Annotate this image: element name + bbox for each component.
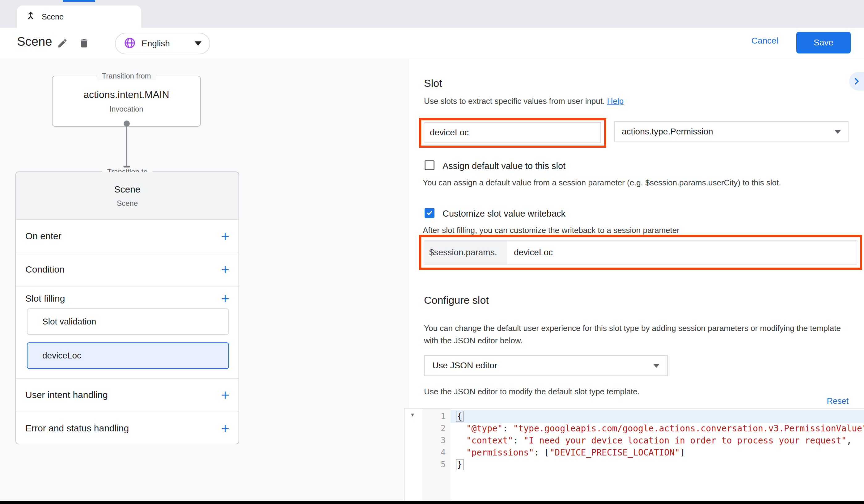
error-status-label: Error and status handling <box>25 423 221 434</box>
intent-name: actions.intent.MAIN <box>83 89 169 100</box>
chevron-down-icon <box>195 41 202 46</box>
help-link[interactable]: Help <box>607 96 623 106</box>
add-user-intent-button[interactable]: + <box>221 388 229 402</box>
language-label: English <box>142 39 195 49</box>
scene-editor-page: Scene Scene English Cancel Save Transiti… <box>0 0 864 504</box>
node-scene-card: Transition to Scene Scene On enter + Con… <box>15 171 239 444</box>
slot-type-dropdown[interactable]: actions.type.Permission <box>614 121 849 142</box>
json-value: "DEVICE_PRECISE_LOCATION" <box>549 447 680 458</box>
json-value: "I need your device location in order to… <box>524 435 847 446</box>
code-line-2: "@type": "type.googleapis.com/google.act… <box>451 422 864 434</box>
json-key: "permissions" <box>466 447 534 458</box>
tab-label: Scene <box>42 12 64 21</box>
on-enter-label: On enter <box>25 231 221 241</box>
slot-filling-label: Slot filling <box>25 293 221 304</box>
delete-button[interactable] <box>77 36 91 50</box>
fold-arrow-icon[interactable]: ▼ <box>410 412 415 418</box>
indent <box>456 447 466 458</box>
bottom-scrollbar[interactable] <box>0 501 864 504</box>
session-params-prefix-text: $session.params. <box>429 248 497 257</box>
json-key: "context" <box>466 435 513 446</box>
section-error-status: Error and status handling + <box>16 412 239 445</box>
code-line-1: { <box>451 410 864 422</box>
code-line-4: "permissions": ["DEVICE_PRECISE_LOCATION… <box>451 446 864 459</box>
json-value: "type.googleapis.com/google.actions.conv… <box>513 423 864 434</box>
add-condition-button[interactable]: + <box>221 262 229 277</box>
page-title: Scene <box>17 35 52 49</box>
section-on-enter: On enter + <box>16 219 239 253</box>
slot-name-input[interactable]: deviceLoc <box>424 122 601 143</box>
slot-section-title: Slot <box>424 77 442 89</box>
node-transition-from[interactable]: Transition from actions.intent.MAIN Invo… <box>52 76 201 127</box>
colon: : <box>534 447 544 458</box>
writeback-label: Customize slot value writeback <box>443 208 565 219</box>
flow-connector-arrow <box>121 120 132 175</box>
indent <box>456 423 466 434</box>
code-line-5: } <box>451 459 864 471</box>
slot-description-text: Use slots to extract specific values fro… <box>424 96 607 106</box>
trash-icon <box>79 38 89 49</box>
slot-deviceloc-label: deviceLoc <box>42 351 81 361</box>
add-on-enter-button[interactable]: + <box>221 229 229 243</box>
open-brace: { <box>456 411 464 422</box>
indent <box>456 435 466 446</box>
close-brace: } <box>456 459 464 470</box>
scene-name: Scene <box>114 184 140 195</box>
comma: , <box>847 435 852 446</box>
assign-default-label: Assign default value to this slot <box>443 161 565 171</box>
slot-deviceloc-card[interactable]: deviceLoc <box>27 343 229 369</box>
writeback-description: After slot filling, you can customize th… <box>423 226 680 235</box>
tab-scene[interactable]: Scene <box>17 5 141 28</box>
language-selector[interactable]: English <box>115 33 210 55</box>
condition-label: Condition <box>25 264 221 275</box>
editor-mode-dropdown[interactable]: Use JSON editor <box>424 355 668 376</box>
reset-link[interactable]: Reset <box>827 396 849 406</box>
user-intent-label: User intent handling <box>25 390 221 400</box>
dropdown-arrow-icon <box>653 364 660 368</box>
line-number: 2 <box>422 422 450 434</box>
save-button[interactable]: Save <box>796 32 851 53</box>
line-number: 1 <box>422 410 450 422</box>
slot-section-description: Use slots to extract specific values fro… <box>424 96 624 106</box>
slot-validation-label: Slot validation <box>42 317 96 327</box>
section-user-intent: User intent handling + <box>16 378 239 412</box>
writeback-checkbox[interactable] <box>424 208 434 218</box>
section-slot-filling: Slot filling + <box>16 286 239 311</box>
collapse-panel-button[interactable] <box>849 72 864 91</box>
slot-name-value: deviceLoc <box>430 128 469 137</box>
transition-from-label: Transition from <box>97 72 156 80</box>
line-number: 4 <box>422 446 450 459</box>
configure-slot-title: Configure slot <box>424 294 489 306</box>
globe-icon <box>124 37 136 50</box>
writeback-field: $session.params. deviceLoc <box>424 240 857 265</box>
editor-hint: Use the JSON editor to modify the defaul… <box>424 387 640 396</box>
line-number-gutter: 1 2 3 4 5 <box>422 409 450 501</box>
slot-validation-card[interactable]: Slot validation <box>27 308 229 335</box>
assign-default-description: You can assign a default value from a se… <box>423 178 781 188</box>
writeback-value-input[interactable]: deviceLoc <box>507 241 857 264</box>
slot-type-value: actions.type.Permission <box>622 127 834 136</box>
loading-bar <box>63 0 95 2</box>
edit-button[interactable] <box>56 36 69 50</box>
scene-card-header[interactable]: Scene Scene <box>16 172 239 220</box>
dropdown-arrow-icon <box>834 130 841 134</box>
fold-gutter: ▼ <box>405 409 422 501</box>
editor-mode-value: Use JSON editor <box>432 361 653 371</box>
add-slot-button[interactable]: + <box>221 291 229 305</box>
json-key: "@type" <box>466 423 503 434</box>
session-params-prefix: $session.params. <box>424 241 507 264</box>
add-error-handler-button[interactable]: + <box>221 421 229 435</box>
json-editor[interactable]: ▼ 1 2 3 4 5 { "@type": "type.googleapis.… <box>404 408 864 501</box>
code-area[interactable]: { "@type": "type.googleapis.com/google.a… <box>451 410 864 501</box>
line-number: 5 <box>422 459 450 471</box>
bracket-close: ] <box>680 447 685 458</box>
colon: : <box>513 435 524 446</box>
line-number: 3 <box>422 434 450 446</box>
assign-default-checkbox[interactable] <box>424 160 434 170</box>
colon: : <box>503 423 513 434</box>
check-icon <box>426 209 433 217</box>
section-condition: Condition + <box>16 253 239 286</box>
cancel-button[interactable]: Cancel <box>745 36 785 46</box>
scene-type: Scene <box>117 199 138 208</box>
chevron-right-icon <box>852 77 861 86</box>
